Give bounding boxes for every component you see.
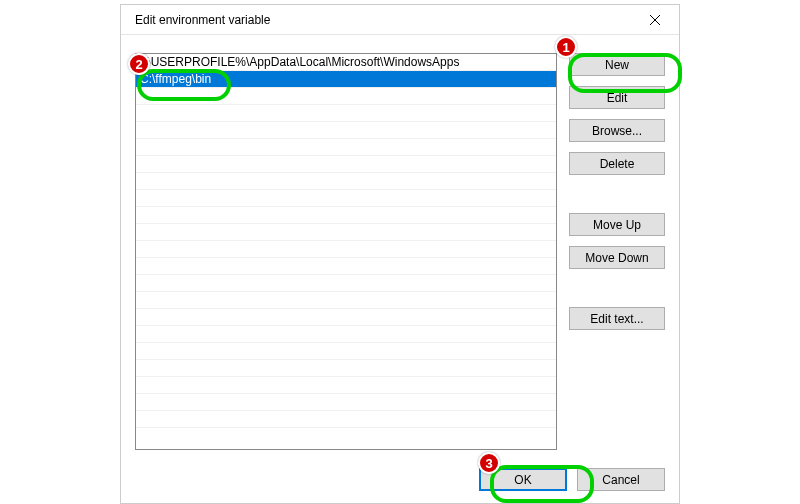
list-item[interactable] bbox=[136, 343, 556, 360]
dialog-footer: OK Cancel bbox=[135, 462, 665, 491]
list-item[interactable] bbox=[136, 122, 556, 139]
upper-area: %USERPROFILE%\AppData\Local\Microsoft\Wi… bbox=[135, 53, 665, 450]
list-item[interactable] bbox=[136, 292, 556, 309]
list-item[interactable] bbox=[136, 173, 556, 190]
ok-button[interactable]: OK bbox=[479, 468, 567, 491]
list-item[interactable] bbox=[136, 190, 556, 207]
list-item[interactable] bbox=[136, 241, 556, 258]
list-item[interactable] bbox=[136, 224, 556, 241]
list-item[interactable]: C:\ffmpeg\bin bbox=[136, 71, 556, 88]
edit-button[interactable]: Edit bbox=[569, 86, 665, 109]
list-item[interactable] bbox=[136, 139, 556, 156]
list-item[interactable] bbox=[136, 360, 556, 377]
list-item[interactable] bbox=[136, 411, 556, 428]
list-item[interactable] bbox=[136, 105, 556, 122]
move-down-button[interactable]: Move Down bbox=[569, 246, 665, 269]
list-item[interactable] bbox=[136, 326, 556, 343]
list-item[interactable] bbox=[136, 377, 556, 394]
edit-text-button[interactable]: Edit text... bbox=[569, 307, 665, 330]
dialog-content: %USERPROFILE%\AppData\Local\Microsoft\Wi… bbox=[121, 35, 679, 503]
edit-env-var-dialog: Edit environment variable %USERPROFILE%\… bbox=[120, 4, 680, 504]
list-item[interactable] bbox=[136, 207, 556, 224]
path-listbox[interactable]: %USERPROFILE%\AppData\Local\Microsoft\Wi… bbox=[135, 53, 557, 450]
delete-button[interactable]: Delete bbox=[569, 152, 665, 175]
browse-button[interactable]: Browse... bbox=[569, 119, 665, 142]
move-up-button[interactable]: Move Up bbox=[569, 213, 665, 236]
list-item[interactable] bbox=[136, 309, 556, 326]
list-item[interactable] bbox=[136, 258, 556, 275]
list-item[interactable]: %USERPROFILE%\AppData\Local\Microsoft\Wi… bbox=[136, 54, 556, 71]
titlebar: Edit environment variable bbox=[121, 5, 679, 35]
list-item[interactable] bbox=[136, 88, 556, 105]
dialog-title: Edit environment variable bbox=[135, 13, 632, 27]
list-item[interactable] bbox=[136, 156, 556, 173]
close-button[interactable] bbox=[632, 5, 677, 34]
side-button-column: New Edit Browse... Delete Move Up Move D… bbox=[569, 53, 665, 450]
list-item[interactable] bbox=[136, 394, 556, 411]
new-button[interactable]: New bbox=[569, 53, 665, 76]
close-icon bbox=[650, 15, 660, 25]
list-item[interactable] bbox=[136, 275, 556, 292]
cancel-button[interactable]: Cancel bbox=[577, 468, 665, 491]
